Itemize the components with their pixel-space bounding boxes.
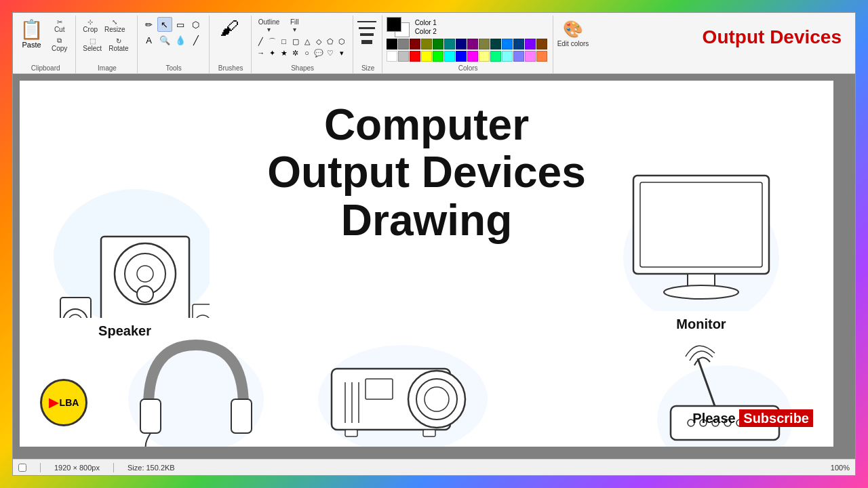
file-size: Size: 150.2KB [127, 464, 175, 472]
lba-inner: ▶ LBA [49, 395, 79, 410]
color-green[interactable] [433, 39, 443, 49]
edit-colors-button[interactable]: Edit colors [557, 40, 589, 47]
color1-label: Color 1 [415, 19, 437, 26]
roundrect-shape[interactable]: ▢ [290, 36, 301, 47]
color-lime[interactable] [433, 51, 443, 62]
color-white[interactable] [387, 51, 397, 62]
rotate-icon: ↻ [116, 37, 121, 45]
curve-shape[interactable]: ⌒ [267, 36, 278, 47]
color-yellow[interactable] [421, 51, 432, 62]
color-lightyellow[interactable] [479, 51, 490, 62]
svg-point-16 [664, 285, 738, 299]
resize-button[interactable]: ⤡ Resize [102, 17, 128, 35]
arrow-shape[interactable]: → [256, 47, 267, 58]
status-checkbox[interactable] [18, 464, 26, 472]
line-tool[interactable]: ╱ [189, 33, 203, 47]
color-silver[interactable] [398, 51, 409, 62]
resize-icon: ⤡ [112, 18, 117, 26]
line-shape[interactable]: ╱ [256, 36, 267, 47]
color-darkgreen[interactable] [490, 39, 501, 49]
toolbar: 📋 Paste ✂ Cut ⧉ Copy Clipboar [13, 13, 855, 74]
subscribe-text: Subscribe [739, 409, 813, 427]
color-lightcyan[interactable] [502, 51, 513, 62]
color2-label: Color 2 [415, 28, 437, 35]
svg-rect-30 [423, 430, 435, 436]
colors-label: Colors [384, 64, 553, 72]
shapes-grid: ╱ ⌒ □ ▢ △ ◇ ⬠ ⬡ → ✦ ★ ✲ ○ 💬 ♡ ▾ [256, 36, 347, 58]
eyedropper-tool[interactable]: 💧 [173, 33, 188, 47]
star6-shape[interactable]: ✲ [290, 47, 301, 58]
svg-rect-28 [366, 379, 393, 399]
color-violet[interactable] [525, 39, 536, 49]
fill-tool[interactable]: ⬡ [189, 17, 203, 32]
tools-grid: ✏ ↖ ▭ ⬡ A 🔍 💧 ╱ [142, 17, 203, 47]
copy-icon: ⧉ [57, 37, 62, 45]
star5-shape[interactable]: ★ [279, 47, 290, 58]
paste-button[interactable]: 📋 Paste [18, 17, 45, 62]
hexagon-shape[interactable]: ⬡ [336, 36, 347, 47]
color-blue2[interactable] [456, 51, 467, 62]
color-orange[interactable] [536, 51, 547, 62]
color-darkblue[interactable] [513, 39, 524, 49]
zoom-tool[interactable]: 🔍 [157, 33, 172, 47]
image-section: ⊹ Crop ⤡ Resize ⬚ Select ↻ Rotat [77, 16, 137, 73]
lba-logo: ▶ LBA [40, 379, 87, 426]
paste-icon: 📋 [20, 18, 43, 41]
paste-label: Paste [22, 41, 41, 49]
headphone-svg [128, 331, 264, 447]
copy-button[interactable]: ⧉ Copy [49, 35, 70, 54]
color-olive[interactable] [421, 39, 432, 49]
select-tool[interactable]: ↖ [157, 17, 172, 32]
callout-shape[interactable]: 💬 [313, 47, 324, 58]
outline-button[interactable]: Outline ▾ [256, 17, 283, 35]
more-shapes[interactable]: ▾ [336, 47, 347, 58]
monitor-svg [623, 169, 779, 311]
size-section: Size [355, 16, 382, 73]
color-spring[interactable] [490, 51, 501, 62]
subscribe-button[interactable]: Please Subscribe [692, 411, 813, 426]
star4-shape[interactable]: ✦ [267, 47, 278, 58]
color-darkyellow[interactable] [479, 39, 490, 49]
rect-shape[interactable]: □ [279, 36, 290, 47]
diamond-shape[interactable]: ◇ [313, 36, 324, 47]
pencil-tool[interactable]: ✏ [142, 17, 157, 32]
color-brown[interactable] [536, 39, 547, 49]
color-gray[interactable] [398, 39, 409, 49]
triangle-shape[interactable]: △ [302, 36, 313, 47]
drawing-canvas[interactable]: Computer Output Devices Drawing [20, 81, 833, 447]
eraser-tool[interactable]: ▭ [173, 17, 188, 32]
heart-shape[interactable]: ♡ [325, 47, 336, 58]
brushes-section: 🖌 Brushes [211, 16, 252, 73]
crop-button[interactable]: ⊹ Crop [80, 17, 100, 35]
color-cyan[interactable] [444, 51, 455, 62]
color-blue[interactable] [502, 39, 513, 49]
crop-icon: ⊹ [87, 18, 93, 26]
fill-shape-button[interactable]: Fill ▾ [285, 17, 304, 35]
brushes-button[interactable]: 🖌 [220, 17, 239, 39]
color-row-1 [387, 39, 547, 49]
status-divider-2 [113, 463, 114, 472]
speaker-item: Speaker [40, 169, 210, 339]
color-purple[interactable] [467, 39, 478, 49]
canvas-dimensions: 1920 × 800px [54, 464, 100, 472]
color-lavender[interactable] [513, 51, 524, 62]
color-black[interactable] [387, 39, 397, 49]
ellipse-shape[interactable]: ○ [302, 47, 313, 58]
color-magenta[interactable] [467, 51, 478, 62]
color-darkred[interactable] [410, 39, 420, 49]
color-red[interactable] [410, 51, 420, 62]
edit-colors-icon[interactable]: 🎨 [563, 20, 583, 39]
color-teal[interactable] [444, 39, 455, 49]
text-tool[interactable]: A [142, 33, 157, 47]
svg-point-8 [137, 286, 153, 302]
select-button[interactable]: ⬚ Select [80, 36, 104, 54]
pentagon-shape[interactable]: ⬠ [325, 36, 336, 47]
image-label: Image [77, 64, 136, 72]
color-pink[interactable] [525, 51, 536, 62]
monitor-item: Monitor [623, 169, 779, 332]
color-navy[interactable] [456, 39, 467, 49]
headphone-item: Headphone [128, 331, 264, 447]
cut-button[interactable]: ✂ Cut [49, 17, 70, 35]
rotate-button[interactable]: ↻ Rotate [106, 36, 131, 54]
color1-box[interactable] [387, 17, 401, 32]
